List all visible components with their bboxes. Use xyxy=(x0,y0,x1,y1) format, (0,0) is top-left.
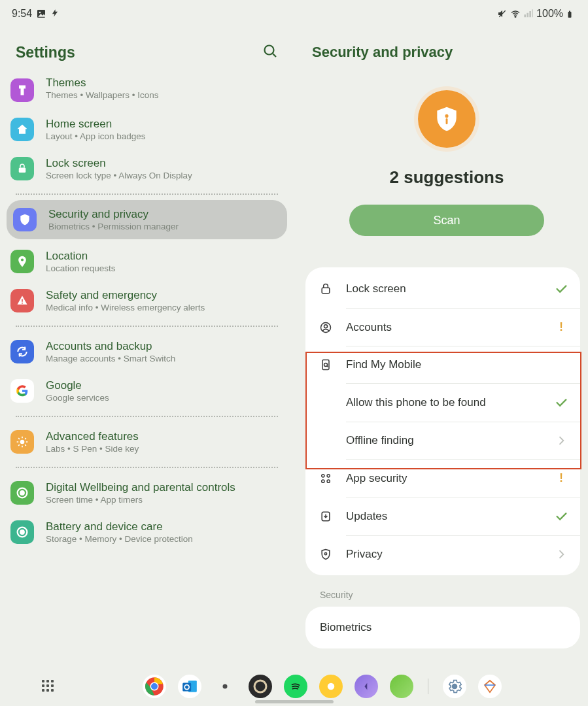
svg-point-10 xyxy=(20,440,25,445)
row-label: App security xyxy=(346,472,554,485)
svg-point-34 xyxy=(223,684,228,689)
home-screen-icon xyxy=(10,118,34,141)
settings-item-home-screen[interactable]: Home screenLayout • App icon badges xyxy=(0,110,294,149)
svg-point-24 xyxy=(322,480,324,482)
settings-item-wellbeing[interactable]: Digital Wellbeing and parental controlsS… xyxy=(0,473,294,513)
settings-item-lock-screen[interactable]: Lock screenScreen lock type • Always On … xyxy=(0,149,294,188)
settings-item-subtitle: Themes • Wallpapers • Icons xyxy=(46,90,159,100)
settings-item-title: Digital Wellbeing and parental controls xyxy=(46,481,235,494)
settings-item-subtitle: Screen time • App timers xyxy=(46,495,235,505)
settings-item-battery[interactable]: Battery and device careStorage • Memory … xyxy=(0,513,294,552)
svg-rect-16 xyxy=(446,118,448,124)
settings-item-title: Location xyxy=(46,250,116,263)
image-icon xyxy=(36,8,46,19)
settings-item-title: Safety and emergency xyxy=(46,289,205,302)
row-status-warn: ! xyxy=(554,471,568,485)
biometrics-card[interactable]: Biometrics xyxy=(305,607,580,648)
section-label-security: Security xyxy=(320,590,588,600)
app-purple[interactable] xyxy=(355,675,378,698)
app-dot[interactable] xyxy=(213,675,237,698)
settings-item-subtitle: Biometrics • Permission manager xyxy=(48,222,179,231)
svg-point-7 xyxy=(21,258,24,261)
svg-point-2 xyxy=(515,16,516,18)
row-status-chev xyxy=(554,548,568,561)
app-spotify[interactable] xyxy=(284,675,307,698)
settings-item-google[interactable]: GoogleGoogle services xyxy=(0,371,294,411)
settings-item-subtitle: Screen lock type • Always On Display xyxy=(46,171,192,180)
tutorial-highlight xyxy=(305,352,581,469)
safety-icon xyxy=(10,289,34,312)
app-chrome[interactable] xyxy=(143,675,166,698)
svg-rect-32 xyxy=(182,683,191,692)
security-privacy-icon xyxy=(13,208,37,231)
svg-point-25 xyxy=(327,480,330,482)
search-icon[interactable] xyxy=(262,43,278,61)
section-divider xyxy=(16,467,278,468)
signal-icon xyxy=(523,8,534,19)
lock-screen-icon xyxy=(317,282,334,295)
app-circle-dark[interactable] xyxy=(249,675,272,698)
svg-point-1 xyxy=(39,12,41,14)
row-label: Updates xyxy=(346,510,554,523)
settings-item-accounts-backup[interactable]: Accounts and backupManage accounts • Sma… xyxy=(0,332,294,371)
status-time: 9:54 xyxy=(12,8,32,20)
svg-point-19 xyxy=(324,324,328,328)
status-bar: 9:54 100% xyxy=(0,0,588,27)
settings-item-title: Themes xyxy=(46,77,159,90)
svg-point-27 xyxy=(324,553,326,555)
svg-point-36 xyxy=(328,683,335,690)
svg-point-12 xyxy=(20,491,24,495)
app-drawer-icon[interactable] xyxy=(42,680,55,693)
app-green[interactable] xyxy=(390,675,413,698)
svg-point-15 xyxy=(445,114,448,118)
settings-item-subtitle: Labs • S Pen • Side key xyxy=(46,444,139,454)
svg-rect-3 xyxy=(568,12,572,18)
settings-item-location[interactable]: LocationLocation requests xyxy=(0,242,294,281)
settings-item-title: Battery and device care xyxy=(46,520,193,533)
svg-point-35 xyxy=(254,681,266,692)
settings-item-subtitle: Location requests xyxy=(46,263,116,273)
svg-rect-8 xyxy=(22,299,23,302)
row-label: Accounts xyxy=(346,321,554,334)
settings-item-subtitle: Layout • App icon badges xyxy=(46,131,146,141)
app-diamond[interactable] xyxy=(478,675,502,698)
accounts-icon xyxy=(317,321,334,334)
svg-point-22 xyxy=(322,474,324,477)
shield-badge xyxy=(414,86,479,152)
security-row-updates[interactable]: Updates xyxy=(305,497,580,535)
app-yellow[interactable] xyxy=(319,675,343,698)
wifi-icon xyxy=(510,8,521,19)
settings-item-safety[interactable]: Safety and emergencyMedical info • Wirel… xyxy=(0,281,294,320)
security-summary: 2 suggestions Scan xyxy=(305,86,588,236)
settings-pane: Settings ThemesThemes • Wallpapers • Ico… xyxy=(0,27,294,668)
section-divider xyxy=(16,416,278,417)
security-row-privacy[interactable]: Privacy xyxy=(305,536,580,573)
settings-item-security-privacy[interactable]: Security and privacyBiometrics • Permiss… xyxy=(7,200,287,239)
bolt-icon xyxy=(50,8,61,19)
settings-item-themes[interactable]: ThemesThemes • Wallpapers • Icons xyxy=(0,77,294,110)
security-row-accounts[interactable]: Accounts! xyxy=(305,309,580,346)
scan-button[interactable]: Scan xyxy=(349,205,544,236)
svg-point-14 xyxy=(20,530,24,534)
battery-percent: 100% xyxy=(536,8,563,20)
security-pane: Security and privacy 2 suggestions Scan … xyxy=(294,27,588,668)
wellbeing-icon xyxy=(10,481,34,505)
app-outlook[interactable] xyxy=(178,675,201,698)
settings-item-subtitle: Medical info • Wireless emergency alerts xyxy=(46,303,205,312)
updates-icon xyxy=(317,510,334,523)
suggestion-count: 2 suggestions xyxy=(390,167,504,188)
settings-item-title: Google xyxy=(46,379,109,392)
svg-point-9 xyxy=(22,303,23,304)
biometrics-label: Biometrics xyxy=(320,621,566,634)
svg-rect-4 xyxy=(569,11,570,12)
security-row-lock-screen[interactable]: Lock screen xyxy=(305,270,580,308)
app-settings[interactable] xyxy=(443,675,466,698)
themes-icon xyxy=(10,78,34,102)
settings-item-title: Home screen xyxy=(46,118,146,131)
settings-list[interactable]: ThemesThemes • Wallpapers • IconsHome sc… xyxy=(0,77,294,552)
home-indicator[interactable] xyxy=(255,700,334,703)
settings-item-title: Lock screen xyxy=(46,157,192,170)
svg-rect-6 xyxy=(19,168,26,173)
status-left: 9:54 xyxy=(12,8,61,20)
settings-item-advanced[interactable]: Advanced featuresLabs • S Pen • Side key xyxy=(0,422,294,462)
